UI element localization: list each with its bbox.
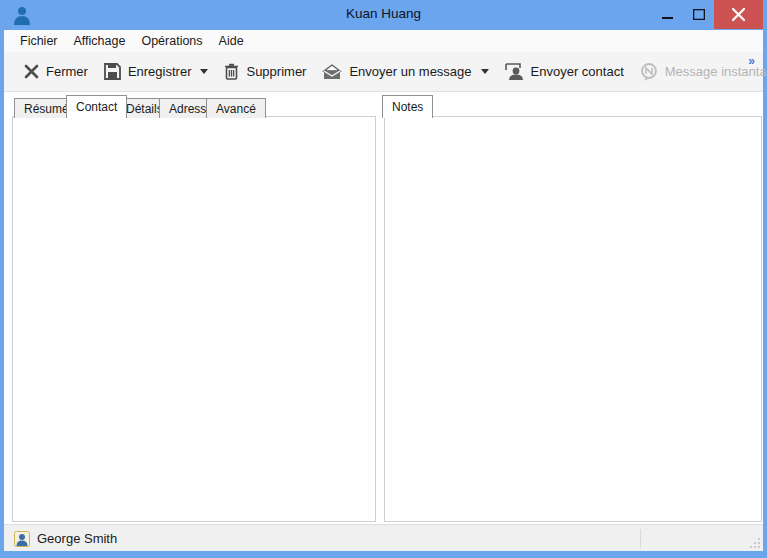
instant-message-icon [640,63,658,81]
close-x-icon [24,64,39,79]
notes-panel [384,116,762,522]
close-contact-button[interactable]: Fermer [16,58,96,85]
menu-bar: Fichier Affichage Opérations Aide [4,30,763,52]
contact-card-icon [505,63,524,80]
save-button[interactable]: Enregistrer [96,57,217,86]
menu-fichier[interactable]: Fichier [12,32,66,50]
resize-grip[interactable] [749,537,761,549]
status-contact-icon [14,531,30,547]
save-floppy-icon [104,63,121,80]
send-contact-button[interactable]: Envoyer contact [497,57,632,86]
maximize-button[interactable] [684,0,714,29]
delete-button[interactable]: Supprimer [216,57,314,86]
menu-affichage[interactable]: Affichage [66,32,134,50]
tab-notes[interactable]: Notes [382,95,433,118]
status-bar: George Smith [4,524,763,551]
close-button[interactable] [714,0,763,29]
window: Kuan Huang Fichier Affichage Opérations … [0,0,767,558]
contact-panel [12,116,376,522]
minimize-icon [662,10,673,20]
menu-operations[interactable]: Opérations [133,32,210,50]
status-divider [640,529,641,548]
titlebar: Kuan Huang [0,0,767,30]
trash-icon [224,63,239,80]
toolbar: Fermer Enregistrer Supprimer Envoyer un … [4,52,763,92]
status-user-name: George Smith [37,531,117,546]
toolbar-overflow-chevron[interactable]: » [748,54,755,68]
send-message-button[interactable]: Envoyer un message [314,58,496,86]
instant-message-button[interactable]: Message instantané [632,57,767,87]
envelope-icon [322,64,342,80]
maximize-icon [693,9,705,20]
tab-avance[interactable]: Avancé [206,98,266,118]
chevron-down-icon[interactable] [200,69,208,74]
tab-contact[interactable]: Contact [66,95,127,118]
client-area: Fichier Affichage Opérations Aide Fermer… [4,30,763,524]
close-icon [732,8,745,21]
menu-aide[interactable]: Aide [211,32,252,50]
minimize-button[interactable] [650,0,684,29]
chevron-down-icon[interactable] [481,69,489,74]
